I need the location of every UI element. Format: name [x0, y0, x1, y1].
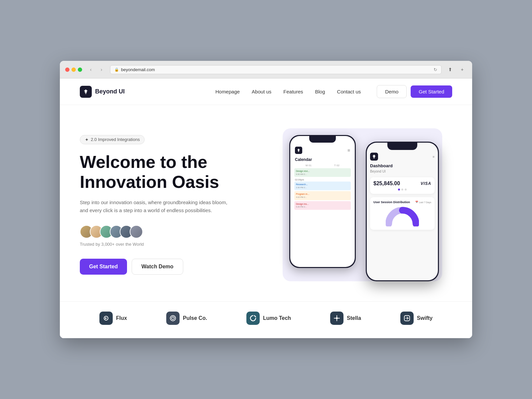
close-button[interactable]	[65, 67, 69, 72]
flux-label: Flux	[116, 315, 127, 321]
minimize-button[interactable]	[71, 67, 76, 72]
balance-card: $25,845.00 VISA	[370, 177, 435, 194]
nav-contact[interactable]: Contact us	[337, 89, 361, 94]
phone-back-inner: ≡ Calendar M 01 T 02 Design revi...	[290, 136, 355, 267]
partner-pulse: Pulse Co.	[166, 312, 207, 325]
svg-point-3	[336, 317, 338, 319]
cal-event-4: Design ins... 5:20 PM Z...	[294, 201, 351, 210]
calendar-screen: ≡ Calendar M 01 T 02 Design revi...	[290, 143, 355, 213]
session-filter: 📅 Last 7 Days	[415, 201, 431, 203]
share-icon[interactable]: ⬆	[446, 65, 455, 74]
address-bar[interactable]: 🔒 beyondemail.com ↻	[110, 65, 442, 74]
partner-lumo: Lumo Tech	[246, 312, 291, 325]
phone-notch-back	[309, 136, 336, 143]
pulse-label: Pulse Co.	[183, 315, 207, 321]
phone-front: ≡ Dashboard Beyond UI $25,845.00 VISA	[366, 142, 439, 281]
balance-row: $25,845.00 VISA	[373, 181, 431, 187]
calendar-events: Design revi... 9:30 AM Z... 02:04pm Rese…	[293, 168, 352, 210]
dot-2	[401, 189, 403, 191]
lumo-label: Lumo Tech	[263, 315, 291, 321]
navbar: Beyond UI Homepage About us Features Blo…	[60, 78, 472, 105]
session-header: User Session Distribution 📅 Last 7 Days	[373, 200, 431, 204]
phone-notch-front	[387, 143, 417, 150]
trusted-text: Trusted by 3,000+ over the World	[80, 242, 253, 247]
dot-1	[398, 189, 400, 191]
phone-front-inner: ≡ Dashboard Beyond UI $25,845.00 VISA	[367, 143, 438, 280]
swifty-label: Swifty	[417, 315, 433, 321]
dashboard-title: Dashboard	[370, 163, 435, 168]
visa-label: VISA	[421, 181, 431, 186]
url-text: beyondemail.com	[121, 67, 155, 72]
browser-toolbar: ‹ › 🔒 beyondemail.com ↻ ⬆ +	[60, 61, 472, 78]
donut-chart	[386, 206, 419, 226]
flux-icon	[99, 312, 113, 325]
nav-links: Homepage About us Features Blog Contact …	[215, 89, 361, 95]
hero-buttons: Get Started Watch Demo	[80, 259, 253, 275]
session-section: User Session Distribution 📅 Last 7 Days	[370, 197, 435, 230]
cal-event-1: Design revi... 9:30 AM Z...	[294, 168, 351, 177]
dashboard-top-bar: ≡	[370, 153, 435, 161]
lock-icon: 🔒	[114, 67, 119, 72]
cal-event-3: Program m... 4:10 PM Z...	[294, 191, 351, 200]
dashboard-subtitle: Beyond UI	[370, 170, 435, 173]
nav-about[interactable]: About us	[252, 89, 271, 94]
stella-icon	[330, 312, 343, 325]
logo[interactable]: Beyond UI	[80, 86, 125, 98]
partner-flux: Flux	[99, 312, 127, 325]
avatar-6	[130, 225, 143, 238]
phone-back: ≡ Calendar M 01 T 02 Design revi...	[289, 135, 356, 268]
nav-features[interactable]: Features	[283, 89, 303, 94]
nav-cta: Demo Get Started	[377, 85, 452, 98]
lumo-icon	[246, 312, 260, 325]
mockup-container: ≡ Calendar M 01 T 02 Design revi...	[283, 128, 442, 281]
browser-window: ‹ › 🔒 beyondemail.com ↻ ⬆ + Beyond U	[60, 61, 472, 338]
calendar-days-header: M 01 T 02	[293, 164, 352, 167]
logo-text: Beyond UI	[95, 88, 125, 95]
hero-section: ✦ 2.0 Improved Integrations Welcome to t…	[60, 105, 472, 301]
card-dots	[373, 189, 431, 191]
avatar-group	[80, 225, 253, 238]
stella-label: Stella	[347, 315, 361, 321]
badge-icon: ✦	[85, 137, 89, 142]
website-content: Beyond UI Homepage About us Features Blo…	[60, 78, 472, 338]
badge-text: 2.0 Improved Integrations	[91, 137, 140, 142]
dashboard-logo	[370, 153, 378, 161]
watch-demo-button[interactable]: Watch Demo	[132, 259, 183, 275]
get-started-hero-button[interactable]: Get Started	[80, 259, 127, 275]
back-arrow[interactable]: ‹	[86, 65, 95, 74]
swifty-icon	[400, 312, 414, 325]
forward-arrow[interactable]: ›	[97, 65, 106, 74]
balance-amount: $25,845.00	[373, 181, 400, 187]
badge: ✦ 2.0 Improved Integrations	[80, 135, 145, 144]
partner-swifty: Swifty	[400, 312, 433, 325]
dashboard-screen: ≡ Dashboard Beyond UI $25,845.00 VISA	[367, 150, 438, 232]
toolbar-actions: ⬆ +	[446, 65, 467, 74]
calendar-title: Calendar	[293, 157, 352, 162]
calendar-menu-icon: ≡	[347, 148, 350, 153]
nav-arrows: ‹ ›	[86, 65, 106, 74]
partner-stella: Stella	[330, 312, 361, 325]
get-started-nav-button[interactable]: Get Started	[411, 85, 452, 98]
maximize-button[interactable]	[78, 67, 82, 72]
session-title: User Session Distribution	[373, 200, 410, 204]
logo-icon	[80, 86, 92, 98]
svg-point-2	[172, 317, 174, 320]
calendar-logo	[295, 147, 302, 154]
dot-3	[405, 189, 407, 191]
calendar-top-bar: ≡	[293, 145, 352, 155]
reload-icon[interactable]: ↻	[434, 67, 437, 72]
hero-title-line1: Welcome to the	[80, 152, 207, 172]
hero-right: ≡ Calendar M 01 T 02 Design revi...	[273, 125, 452, 285]
partners-section: Flux Pulse Co. Lumo Tech	[60, 301, 472, 338]
hero-title-line2: Innovation Oasis	[80, 172, 219, 192]
hero-title: Welcome to the Innovation Oasis	[80, 152, 253, 192]
hero-subtitle: Step into our innovation oasis, where gr…	[80, 199, 233, 214]
svg-point-1	[170, 316, 176, 321]
pulse-icon	[166, 312, 180, 325]
cal-event-2: Research... 2:30 PM Z...	[294, 182, 351, 190]
nav-blog[interactable]: Blog	[315, 89, 325, 94]
nav-homepage[interactable]: Homepage	[215, 89, 240, 94]
new-tab-icon[interactable]: +	[458, 65, 467, 74]
hero-left: ✦ 2.0 Improved Integrations Welcome to t…	[80, 135, 253, 275]
demo-button[interactable]: Demo	[377, 85, 407, 98]
